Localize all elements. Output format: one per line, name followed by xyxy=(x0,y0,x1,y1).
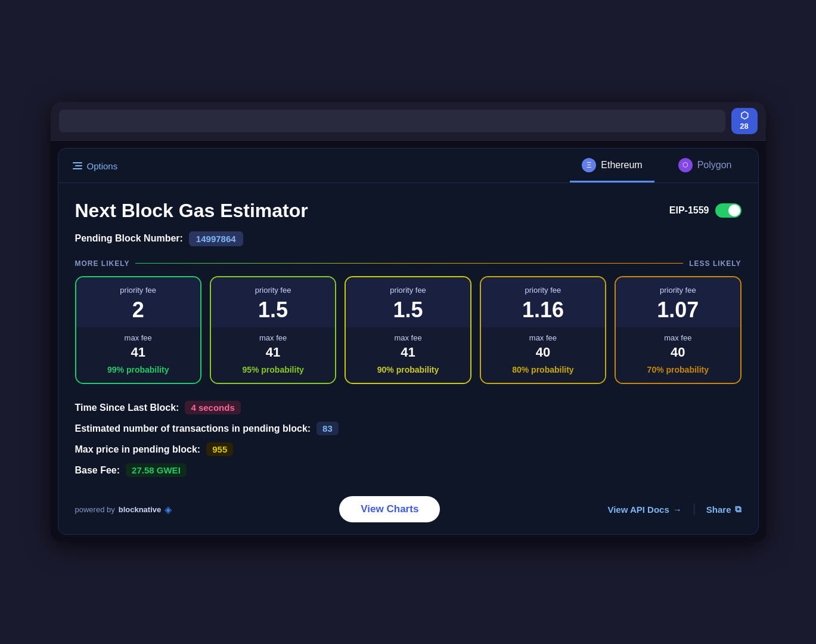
priority-value-1: 1.5 xyxy=(217,298,329,322)
view-charts-button[interactable]: View Charts xyxy=(339,496,440,522)
stat-row-1: Estimated number of transactions in pend… xyxy=(75,422,741,435)
priority-label-3: priority fee xyxy=(487,286,599,295)
tab-ethereum-label: Ethereum xyxy=(601,160,642,171)
priority-label-2: priority fee xyxy=(352,286,464,295)
priority-value-0: 2 xyxy=(82,298,194,322)
brand-name: blocknative xyxy=(119,505,162,514)
stat-label-3: Base Fee: xyxy=(75,465,120,476)
pending-block-row: Pending Block Number: 14997864 xyxy=(75,231,741,246)
footer-links: View API Docs → Share ⧉ xyxy=(607,503,741,515)
max-fee-value-2: 41 xyxy=(352,345,464,360)
tab-ethereum[interactable]: Ξ Ethereum xyxy=(570,158,654,182)
eip-toggle-group: EIP-1559 xyxy=(669,203,741,218)
api-docs-button[interactable]: View API Docs → xyxy=(607,504,681,515)
gas-card-top-3: priority fee 1.16 xyxy=(481,277,605,328)
blocknative-icon: ◈ xyxy=(165,504,172,515)
footer: powered by blocknative ◈ View Charts Vie… xyxy=(58,496,758,522)
extension-icon: ⬡ xyxy=(740,111,749,120)
more-likely-label: MORE LIKELY xyxy=(75,259,130,268)
probability-1: 95% probability xyxy=(217,365,329,374)
pending-block-value: 14997864 xyxy=(189,231,243,246)
max-fee-value-4: 40 xyxy=(622,345,734,360)
probability-2: 90% probability xyxy=(352,365,464,374)
gas-card-top-4: priority fee 1.07 xyxy=(616,277,740,328)
arrow-right-icon: → xyxy=(673,504,682,515)
max-fee-value-0: 41 xyxy=(82,345,194,360)
header-row: Next Block Gas Estimator EIP-1559 xyxy=(75,200,741,222)
eip-label: EIP-1559 xyxy=(669,205,709,216)
max-fee-label-0: max fee xyxy=(82,333,194,342)
stat-row-3: Base Fee: 27.58 GWEI xyxy=(75,463,741,477)
options-label: Options xyxy=(87,161,118,171)
max-fee-value-1: 41 xyxy=(217,345,329,360)
gas-card-top-2: priority fee 1.5 xyxy=(346,277,470,328)
max-fee-label-3: max fee xyxy=(487,333,599,342)
polygon-icon: ⬡ xyxy=(678,158,693,172)
stat-row-0: Time Since Last Block: 4 seconds xyxy=(75,401,741,414)
likelihood-line xyxy=(135,263,683,264)
stat-value-3: 27.58 GWEI xyxy=(126,463,187,477)
probability-0: 99% probability xyxy=(82,365,194,374)
max-fee-label-4: max fee xyxy=(622,333,734,342)
probability-3: 80% probability xyxy=(487,365,599,374)
priority-label-1: priority fee xyxy=(217,286,329,295)
priority-value-2: 1.5 xyxy=(352,298,464,322)
app-window: ⬡ 28 Options Ξ Ethereum ⬡ Polygon xyxy=(51,102,766,543)
likelihood-row: MORE LIKELY LESS LIKELY xyxy=(75,259,741,268)
max-fee-label-2: max fee xyxy=(352,333,464,342)
stat-label-0: Time Since Last Block: xyxy=(75,402,179,413)
powered-by: powered by blocknative ◈ xyxy=(75,504,172,515)
gas-card-bottom-3: max fee 40 80% probability xyxy=(481,327,605,383)
page-title: Next Block Gas Estimator xyxy=(75,200,308,222)
share-button[interactable]: Share ⧉ xyxy=(706,504,741,515)
top-bar: ⬡ 28 xyxy=(51,102,766,141)
nav-tabs: Options Ξ Ethereum ⬡ Polygon xyxy=(58,148,758,183)
gas-card-0[interactable]: priority fee 2 max fee 41 99% probabilit… xyxy=(75,276,201,385)
stat-value-0: 4 seconds xyxy=(185,401,240,414)
gas-card-bottom-0: max fee 41 99% probability xyxy=(76,327,200,383)
stat-label-2: Max price in pending block: xyxy=(75,444,201,455)
priority-value-4: 1.07 xyxy=(622,298,734,322)
ethereum-icon: Ξ xyxy=(582,158,596,172)
main-card: Options Ξ Ethereum ⬡ Polygon Next Block … xyxy=(58,148,759,535)
toggle-knob xyxy=(728,205,740,216)
address-bar[interactable] xyxy=(59,110,725,132)
footer-divider xyxy=(694,503,694,515)
gas-card-3[interactable]: priority fee 1.16 max fee 40 80% probabi… xyxy=(480,276,606,385)
max-fee-value-3: 40 xyxy=(487,345,599,360)
gas-card-4[interactable]: priority fee 1.07 max fee 40 70% probabi… xyxy=(615,276,741,385)
options-button[interactable]: Options xyxy=(73,161,118,179)
pending-block-label: Pending Block Number: xyxy=(75,233,183,244)
tab-polygon[interactable]: ⬡ Polygon xyxy=(666,158,744,182)
share-label: Share xyxy=(706,504,731,515)
main-content: Next Block Gas Estimator EIP-1559 Pendin… xyxy=(58,183,758,478)
gas-card-top-0: priority fee 2 xyxy=(76,277,200,328)
stat-value-2: 955 xyxy=(206,442,233,456)
tab-polygon-label: Polygon xyxy=(697,160,732,171)
gas-card-bottom-2: max fee 41 90% probability xyxy=(346,327,470,383)
gas-card-2[interactable]: priority fee 1.5 max fee 41 90% probabil… xyxy=(345,276,471,385)
priority-label-0: priority fee xyxy=(82,286,194,295)
gas-cards-container: priority fee 2 max fee 41 99% probabilit… xyxy=(75,276,741,385)
gas-card-top-1: priority fee 1.5 xyxy=(211,277,335,328)
copy-icon: ⧉ xyxy=(735,504,741,515)
extension-count: 28 xyxy=(740,122,748,131)
gas-card-1[interactable]: priority fee 1.5 max fee 41 95% probabil… xyxy=(210,276,336,385)
priority-value-3: 1.16 xyxy=(487,298,599,322)
powered-by-text: powered by xyxy=(75,505,115,514)
api-docs-label: View API Docs xyxy=(607,504,669,515)
priority-label-4: priority fee xyxy=(622,286,734,295)
gas-card-bottom-1: max fee 41 95% probability xyxy=(211,327,335,383)
stat-label-1: Estimated number of transactions in pend… xyxy=(75,423,311,434)
options-icon xyxy=(73,162,82,169)
max-fee-label-1: max fee xyxy=(217,333,329,342)
stats-section: Time Since Last Block: 4 seconds Estimat… xyxy=(75,401,741,477)
stat-value-1: 83 xyxy=(317,422,339,435)
extension-badge[interactable]: ⬡ 28 xyxy=(731,108,758,134)
stat-row-2: Max price in pending block: 955 xyxy=(75,442,741,456)
gas-card-bottom-4: max fee 40 70% probability xyxy=(616,327,740,383)
less-likely-label: LESS LIKELY xyxy=(689,259,741,268)
eip-toggle-switch[interactable] xyxy=(715,203,741,218)
probability-4: 70% probability xyxy=(622,365,734,374)
